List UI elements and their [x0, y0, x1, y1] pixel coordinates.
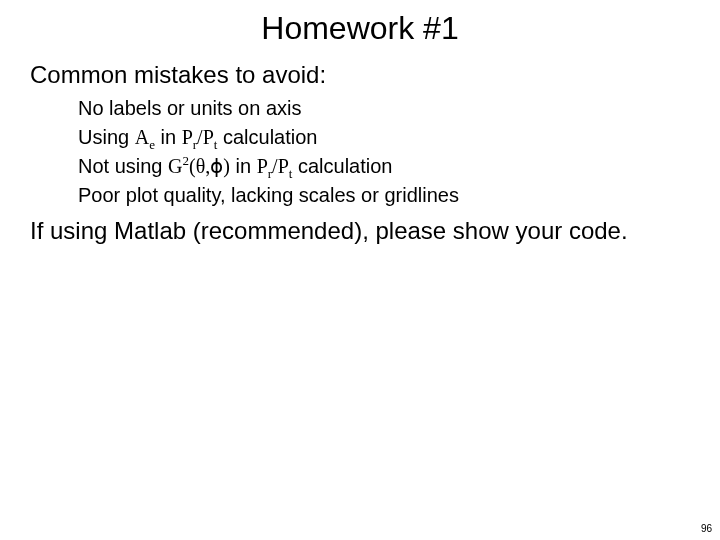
symbol-P: P: [278, 155, 289, 177]
list-item: Using Ae in Pr/Pt calculation: [78, 124, 690, 151]
list-item: Poor plot quality, lacking scales or gri…: [78, 182, 690, 209]
slide: Homework #1 Common mistakes to avoid: No…: [0, 0, 720, 540]
text: Using: [78, 126, 135, 148]
paren-close: ): [223, 155, 230, 177]
symbol-phi: ϕ: [210, 155, 223, 177]
mistake-list: No labels or units on axis Using Ae in P…: [30, 95, 690, 209]
symbol-P: P: [182, 126, 193, 148]
list-item: Not using G2(θ,ϕ) in Pr/Pt calculation: [78, 153, 690, 180]
text: Not using: [78, 155, 168, 177]
subhead-mistakes: Common mistakes to avoid:: [30, 61, 690, 89]
symbol-G: G: [168, 155, 182, 177]
slide-title: Homework #1: [0, 0, 720, 47]
text: in: [230, 155, 257, 177]
paren-open: (: [189, 155, 196, 177]
symbol-P: P: [203, 126, 214, 148]
text: in: [155, 126, 182, 148]
closing-text: If using Matlab (recommended), please sh…: [30, 217, 690, 245]
page-number: 96: [701, 523, 712, 534]
symbol-theta: θ: [196, 155, 206, 177]
symbol-P: P: [257, 155, 268, 177]
symbol-A: A: [135, 126, 149, 148]
slide-body: Common mistakes to avoid: No labels or u…: [0, 47, 720, 245]
text: calculation: [217, 126, 317, 148]
text: calculation: [292, 155, 392, 177]
list-item: No labels or units on axis: [78, 95, 690, 122]
